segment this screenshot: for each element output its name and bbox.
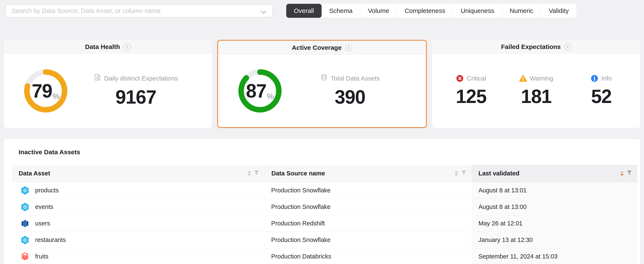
asset-name: users: [35, 220, 50, 227]
warning-icon: [519, 75, 527, 82]
table-row-products[interactable]: products Production Snowflake August 8 a…: [12, 182, 637, 199]
info-icon[interactable]: i: [345, 44, 352, 51]
tab-completeness[interactable]: Completeness: [397, 4, 453, 18]
sort-icon[interactable]: [248, 171, 251, 176]
cell-last-validated: August 8 at 13:00: [472, 199, 637, 215]
cell-data-asset: products: [12, 182, 264, 198]
cell-data-asset: restaurants: [12, 232, 264, 248]
column-header-data-asset[interactable]: Data Asset: [12, 165, 264, 182]
column-label: Data Source name: [272, 170, 455, 177]
donut-percent-label: 87 %: [238, 68, 282, 113]
card-failed-expectations[interactable]: Failed Expectations i Critical 125 Warni…: [432, 40, 640, 128]
tab-schema[interactable]: Schema: [322, 4, 360, 18]
card-active-coverage-header: Active Coverage i: [218, 41, 426, 55]
table-row-events[interactable]: events Production Snowflake August 8 at …: [12, 199, 637, 215]
panel-title: Inactive Data Assets: [19, 148, 640, 156]
tab-numeric[interactable]: Numeric: [502, 4, 541, 18]
cell-data-source: Production Snowflake: [264, 199, 472, 215]
cell-data-source: Production Snowflake: [264, 232, 472, 248]
stat-label-row: Critical: [456, 75, 486, 82]
donut-percent-value: 87: [246, 80, 266, 102]
card-active-coverage[interactable]: Active Coverage i 87 % Total Da: [217, 40, 427, 128]
tab-volume[interactable]: Volume: [360, 4, 397, 18]
filter-icon[interactable]: [461, 170, 466, 177]
critical-icon: [456, 75, 464, 82]
column-header-last-validated[interactable]: Last validated: [472, 165, 637, 182]
column-label: Data Asset: [19, 170, 248, 177]
cell-data-source: Production Databricks: [264, 248, 472, 264]
document-search-icon: [94, 74, 101, 83]
search-field[interactable]: [12, 7, 261, 15]
donut-percent-label: 79 %: [23, 68, 68, 113]
snowflake-icon: [20, 202, 30, 212]
cell-last-validated: May 26 at 12:01: [472, 215, 637, 231]
info-icon: [591, 75, 598, 82]
stat-label-row: Info: [591, 75, 612, 82]
sort-icon[interactable]: [455, 171, 458, 176]
tab-uniqueness[interactable]: Uniqueness: [453, 4, 502, 18]
table-header-row: Data Asset Data Source name: [12, 165, 637, 182]
tab-overall[interactable]: Overall: [286, 4, 322, 18]
total-data-assets-stat: Total Data Assets 390: [282, 74, 418, 108]
stat-value: 390: [335, 86, 365, 108]
card-data-health[interactable]: Data Health i 79 % Daily distinct Expec: [4, 40, 212, 128]
card-title: Active Coverage: [292, 44, 342, 51]
percent-sign: %: [267, 92, 274, 101]
inactive-data-assets-panel: Inactive Data Assets Data Asset Data Sou…: [4, 139, 640, 264]
failed-expectations-body: Critical 125 Warning 181 Info 52: [432, 54, 640, 128]
failed-stat-warning: Warning 181: [504, 75, 569, 107]
snowflake-icon: [20, 235, 30, 245]
chevron-down-icon[interactable]: [261, 8, 266, 14]
cell-data-source: Production Redshift: [264, 215, 472, 231]
active-coverage-donut-chart: 87 %: [238, 68, 282, 113]
table-body: products Production Snowflake August 8 a…: [12, 182, 637, 264]
column-header-data-source-name[interactable]: Data Source name: [264, 165, 472, 182]
asset-name: events: [35, 203, 53, 210]
search-input[interactable]: [5, 4, 273, 17]
asset-name: fruits: [35, 253, 48, 260]
stat-label: Total Data Assets: [331, 75, 380, 82]
card-active-coverage-body: 87 % Total Data Assets 390: [218, 55, 426, 127]
databricks-icon: [20, 252, 30, 261]
failed-stat-critical: Critical 125: [438, 75, 504, 107]
stat-label-row: Daily distinct Expectations: [94, 74, 178, 83]
asset-name: restaurants: [35, 236, 66, 243]
tab-validity[interactable]: Validity: [541, 4, 576, 18]
database-icon: [320, 74, 328, 83]
cell-data-source: Production Snowflake: [264, 182, 472, 198]
asset-name: products: [35, 187, 59, 194]
stat-label: Daily distinct Expectations: [104, 75, 178, 82]
info-icon[interactable]: i: [124, 43, 130, 51]
table-row-users[interactable]: users Production Redshift May 26 at 12:0…: [12, 215, 637, 232]
stat-label: Warning: [530, 75, 553, 82]
daily-expectations-stat: Daily distinct Expectations 9167: [68, 74, 204, 108]
cell-last-validated: September 11, 2024 at 15:03: [472, 248, 637, 264]
column-label: Last validated: [478, 170, 620, 177]
cell-data-asset: events: [12, 199, 264, 215]
stat-label-row: Warning: [519, 75, 553, 82]
percent-sign: %: [52, 92, 60, 101]
redshift-icon: [20, 219, 30, 228]
table-row-restaurants[interactable]: restaurants Production Snowflake January…: [12, 232, 637, 248]
filter-icon[interactable]: [254, 170, 259, 177]
table-row-fruits[interactable]: fruits Production Databricks September 1…: [12, 248, 637, 264]
snowflake-icon: [20, 186, 30, 195]
data-health-donut-chart: 79 %: [23, 68, 68, 113]
card-title: Failed Expectations: [501, 43, 561, 51]
inactive-assets-table: Data Asset Data Source name: [12, 165, 637, 264]
card-title: Data Health: [85, 43, 120, 51]
stat-label-row: Total Data Assets: [320, 74, 380, 83]
donut-percent-value: 79: [32, 80, 52, 102]
card-data-health-header: Data Health i: [4, 40, 212, 54]
failed-stat-info: Info 52: [569, 75, 634, 107]
kpi-cards-row: Data Health i 79 % Daily distinct Expec: [4, 40, 640, 128]
sort-icon-descending-active[interactable]: [620, 171, 624, 176]
stat-label: Info: [601, 75, 612, 82]
card-data-health-body: 79 % Daily distinct Expectations 9167: [4, 54, 212, 128]
stat-value: 52: [591, 86, 612, 107]
card-failed-expectations-header: Failed Expectations i: [432, 40, 640, 54]
info-icon[interactable]: i: [564, 43, 572, 51]
cell-last-validated: January 13 at 12:30: [472, 232, 637, 248]
filter-icon[interactable]: [627, 170, 632, 177]
cell-data-asset: users: [12, 215, 264, 231]
